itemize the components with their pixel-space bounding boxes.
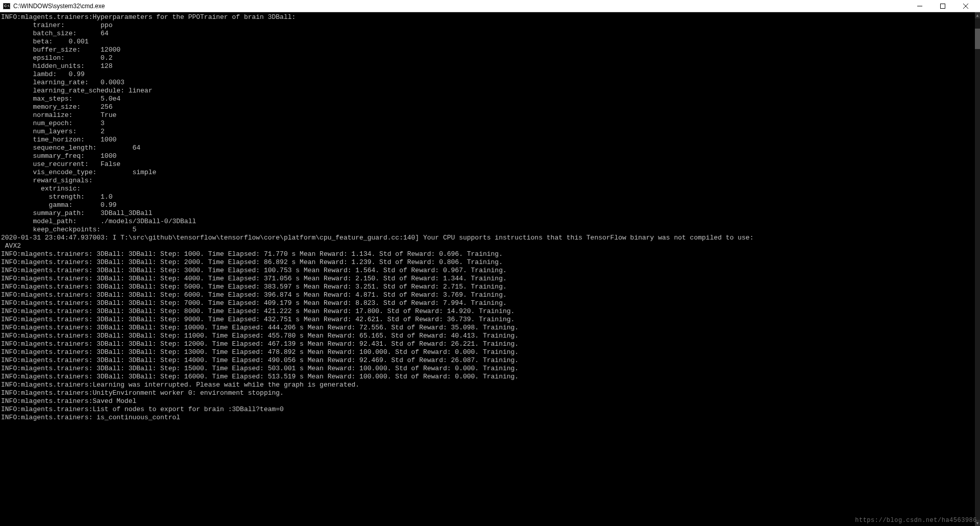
minimize-icon (917, 4, 922, 9)
minimize-button[interactable] (908, 0, 931, 12)
cmd-icon: C:\ (3, 3, 10, 9)
svg-rect-1 (940, 4, 945, 8)
scroll-thumb[interactable] (975, 29, 980, 49)
maximize-icon (940, 4, 945, 9)
close-icon (963, 4, 968, 9)
window-controls (908, 0, 977, 12)
scroll-down-arrow-icon[interactable]: ▼ (975, 520, 980, 526)
scroll-up-arrow-icon[interactable]: ▲ (975, 12, 980, 18)
maximize-button[interactable] (931, 0, 954, 12)
window-title: C:\WINDOWS\system32\cmd.exe (13, 3, 105, 10)
terminal-output[interactable]: INFO:mlagents.trainers:Hyperparameters f… (0, 12, 975, 526)
window-titlebar: C:\ C:\WINDOWS\system32\cmd.exe (0, 0, 980, 12)
close-button[interactable] (954, 0, 977, 12)
vertical-scrollbar[interactable]: ▲ ▼ (975, 12, 980, 526)
